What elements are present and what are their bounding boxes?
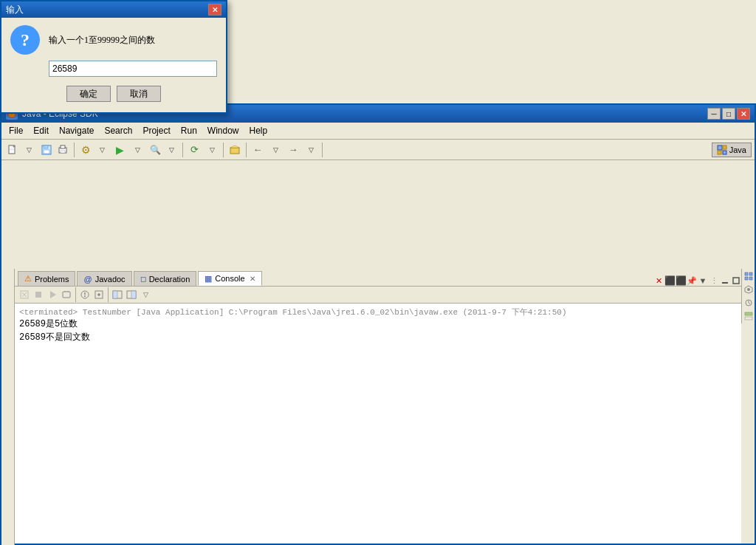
console-sep xyxy=(75,287,76,302)
problems-icon: ⚠ xyxy=(24,274,32,284)
console-sep2 xyxy=(108,287,109,302)
menu-navigate[interactable]: Navigate xyxy=(55,124,98,137)
left-margin xyxy=(1,269,15,545)
svg-marker-23 xyxy=(50,291,56,298)
confirm-button[interactable]: 确定 xyxy=(66,86,111,102)
toolbar-run-dropdown[interactable]: ▽ xyxy=(129,142,145,158)
console-view-btn[interactable] xyxy=(111,288,124,301)
console-close-icon[interactable]: ✕ xyxy=(250,275,255,283)
panel-terminate-button[interactable]: ⬛ xyxy=(664,275,675,286)
svg-rect-16 xyxy=(723,151,726,154)
svg-point-41 xyxy=(747,288,750,291)
toolbar-forward-button[interactable]: → xyxy=(285,142,301,158)
side-btn-2[interactable] xyxy=(743,284,755,295)
toolbar-sep-5 xyxy=(322,143,323,157)
toolbar-open-button[interactable]: ▽ xyxy=(21,142,37,158)
svg-rect-7 xyxy=(44,150,49,154)
console-run-btn[interactable] xyxy=(46,288,59,301)
console-clear-btn[interactable] xyxy=(18,288,31,301)
toolbar-packages-button[interactable] xyxy=(227,142,243,158)
dialog-body: ? 输入一个1至99999之间的数 确定 取消 xyxy=(1,18,226,112)
panel-run-button[interactable]: ⬛ xyxy=(676,275,686,286)
terminated-line: <terminated> TestNumber [Java Applicatio… xyxy=(19,306,737,318)
dialog-prompt: 输入一个1至99999之间的数 xyxy=(49,34,155,47)
menu-run[interactable]: Run xyxy=(176,124,202,137)
tab-problems[interactable]: ⚠ Problems xyxy=(18,271,75,286)
toolbar-print-button[interactable] xyxy=(55,142,71,158)
main-toolbar: ▽ ⚙ ▽ ▶ ▽ 🔍 ▽ ⟳ ▽ ← ▽ xyxy=(1,140,755,160)
eclipse-close-button[interactable]: ✕ xyxy=(737,108,750,120)
console-view2-btn[interactable] xyxy=(125,288,138,301)
toolbar-forward-dropdown[interactable]: ▽ xyxy=(303,142,319,158)
console-main: ⚠ Problems @ Javadoc ◻ Declaration ▦ Con… xyxy=(15,269,741,544)
menu-edit[interactable]: Edit xyxy=(29,124,53,137)
svg-rect-17 xyxy=(722,282,728,284)
panel-clear-button[interactable]: ✕ xyxy=(653,275,664,286)
cancel-button[interactable]: 取消 xyxy=(117,86,161,102)
dialog-title-text: 输入 xyxy=(6,4,24,16)
panel-pin-button[interactable]: 📌 xyxy=(687,275,697,286)
tab-console[interactable]: ▦ Console ✕ xyxy=(198,271,261,286)
panel-controls: ✕ ⬛ ⬛ 📌 ▼ ⋮ xyxy=(653,275,741,286)
panel-dropdown-button[interactable]: ⋮ xyxy=(709,275,719,286)
svg-rect-36 xyxy=(131,291,136,298)
menu-help[interactable]: Help xyxy=(245,124,272,137)
tab-bar: ⚠ Problems @ Javadoc ◻ Declaration ▦ Con… xyxy=(15,269,741,287)
svg-marker-12 xyxy=(230,145,239,148)
eclipse-window-controls: ─ □ ✕ xyxy=(707,108,750,120)
console-output-area[interactable]: <terminated> TestNumber [Java Applicatio… xyxy=(15,304,741,347)
toolbar-new-button[interactable] xyxy=(4,142,21,158)
console-pin-btn[interactable] xyxy=(78,288,92,301)
toolbar-sep-3 xyxy=(223,143,224,157)
menu-file[interactable]: File xyxy=(4,124,27,137)
toolbar-build-dropdown[interactable]: ▽ xyxy=(94,142,110,158)
toolbar-run-button[interactable]: ▶ xyxy=(111,142,128,158)
toolbar-save-button[interactable] xyxy=(38,142,55,158)
svg-point-29 xyxy=(84,295,86,297)
svg-rect-38 xyxy=(749,272,752,275)
eclipse-maximize-button[interactable]: □ xyxy=(722,108,735,120)
toolbar-file-group: ▽ xyxy=(4,142,37,158)
panel-maximize-button[interactable] xyxy=(731,275,741,286)
toolbar-back-dropdown[interactable]: ▽ xyxy=(267,142,284,158)
tab-javadoc[interactable]: @ Javadoc xyxy=(77,271,131,286)
perspective-area: Java xyxy=(712,143,752,157)
dialog-input-field[interactable] xyxy=(49,61,217,77)
toolbar-search-button[interactable]: 🔍 xyxy=(147,142,163,158)
tab-declaration[interactable]: ◻ Declaration xyxy=(134,271,197,286)
side-btn-4[interactable] xyxy=(743,310,755,322)
menu-search[interactable]: Search xyxy=(100,124,137,137)
svg-rect-14 xyxy=(723,145,726,149)
tab-declaration-label: Declaration xyxy=(149,275,190,284)
toolbar-refresh-dropdown[interactable]: ▽ xyxy=(204,142,220,158)
input-dialog: 输入 ✕ ? 输入一个1至99999之间的数 确定 取消 xyxy=(0,0,229,107)
svg-rect-24 xyxy=(63,292,70,298)
console-new-btn[interactable] xyxy=(92,288,106,301)
perspective-button[interactable]: Java xyxy=(712,143,752,157)
svg-rect-18 xyxy=(733,278,739,284)
toolbar-refresh-button[interactable]: ⟳ xyxy=(186,142,202,158)
console-toolbar: ▽ xyxy=(15,287,741,304)
side-btn-3[interactable] xyxy=(743,297,755,309)
menu-project[interactable]: Project xyxy=(138,124,174,137)
toolbar-search-dropdown[interactable]: ▽ xyxy=(163,142,179,158)
svg-rect-22 xyxy=(35,292,41,298)
toolbar-build-button[interactable]: ⚙ xyxy=(78,142,94,158)
console-scroll-lock-btn[interactable] xyxy=(60,288,73,301)
console-dropdown-btn[interactable]: ▽ xyxy=(139,288,152,301)
svg-rect-13 xyxy=(718,145,722,150)
panel-minimize-button[interactable] xyxy=(720,275,730,286)
side-toolbar xyxy=(741,269,755,323)
menu-window[interactable]: Window xyxy=(203,124,244,137)
console-terminate-btn[interactable] xyxy=(32,288,45,301)
dialog-input-area xyxy=(49,61,217,77)
svg-rect-37 xyxy=(745,272,748,275)
svg-line-44 xyxy=(749,303,750,304)
dialog-close-button[interactable]: ✕ xyxy=(208,4,221,16)
side-btn-1[interactable] xyxy=(743,270,755,282)
menu-bar: File Edit Navigate Search Project Run Wi… xyxy=(1,123,755,140)
panel-open-console-button[interactable]: ▼ xyxy=(698,275,708,286)
eclipse-minimize-button[interactable]: ─ xyxy=(707,108,721,120)
svg-rect-6 xyxy=(44,145,48,148)
toolbar-back-button[interactable]: ← xyxy=(250,142,266,158)
